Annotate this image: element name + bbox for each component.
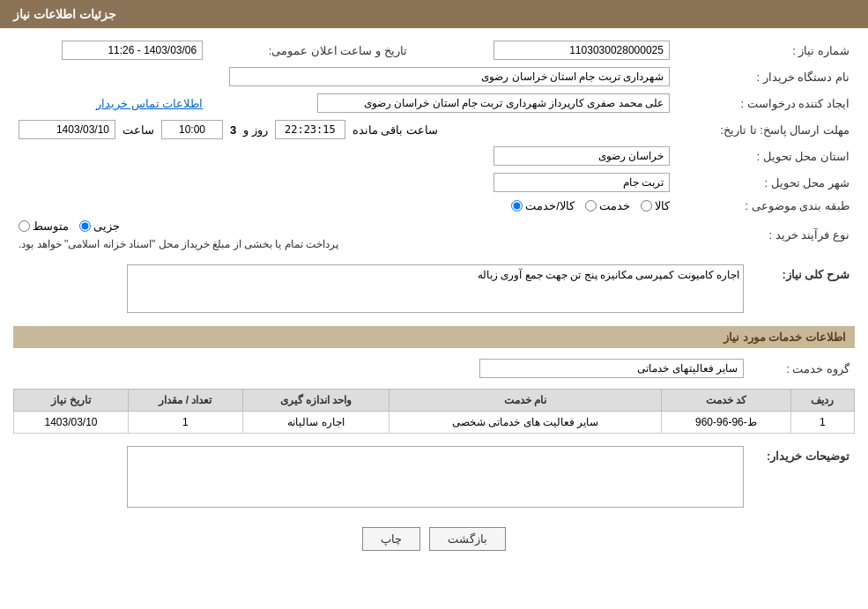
purchase-type-label: نوع فرآیند خرید : — [675, 216, 855, 254]
delivery-province-label: استان محل تحویل : — [675, 143, 855, 169]
category-kala-khedmat-radio[interactable] — [511, 200, 523, 212]
countdown-remaining-label: ساعت باقی مانده — [352, 123, 438, 137]
category-kala-option[interactable]: کالا — [641, 199, 670, 212]
service-group-field: سایر فعالیتهای خدماتی — [479, 359, 744, 378]
grid-col-date: تاریخ نیاز — [14, 390, 129, 412]
buyer-notes-table: توضیحات خریدار: — [13, 442, 855, 514]
announcement-date-value: 1403/03/06 - 11:26 — [13, 37, 208, 63]
category-khedmat-label: خدمت — [599, 199, 630, 212]
purchase-motavaset-radio[interactable] — [19, 220, 30, 232]
grid-col-rownum: ردیف — [790, 390, 854, 412]
service-group-table: گروه خدمت : سایر فعالیتهای خدماتی — [13, 355, 855, 382]
delivery-province-value: خراسان رضوی — [13, 143, 675, 169]
requester-label: ایجاد کننده درخواست : — [675, 90, 855, 116]
row-quantity: 1 — [128, 412, 242, 434]
grid-col-unit: واحد اندازه گیری — [242, 390, 389, 412]
purchase-jozyi-label: جزیی — [93, 219, 120, 233]
delivery-province-field: خراسان رضوی — [493, 146, 670, 166]
row-date: 1403/03/10 — [14, 412, 129, 434]
category-label: طبقه بندی موضوعی : — [675, 196, 855, 216]
category-options: کالا/خدمت خدمت کالا — [13, 196, 675, 216]
buyer-notes-cell — [13, 442, 749, 514]
countdown-days: 3 — [230, 123, 236, 137]
general-desc-value-cell: document.querySelector('[data-name="gene… — [13, 261, 749, 319]
countdown-days-label: روز و — [243, 123, 268, 137]
need-number-label: شماره نیاز : — [675, 37, 855, 63]
deadline-time-field: 10:00 — [161, 120, 223, 139]
table-row: 1 ط-96-96-960 سایر فعالیت های خدماتی شخص… — [14, 412, 855, 434]
purchase-note: پرداخت تمام یا بخشی از مبلغ خریداز محل "… — [19, 238, 338, 250]
row-service-name: سایر فعالیت های خدماتی شخصی — [389, 412, 662, 434]
delivery-city-value: تربت جام — [13, 169, 675, 196]
buyer-org-field: شهرداری تربت جام استان خراسان رضوی — [229, 67, 670, 86]
need-number-field: 1103030028000025 — [493, 41, 670, 60]
row-service-code: ط-96-96-960 — [662, 412, 790, 434]
purchase-jozyi-radio[interactable] — [79, 220, 91, 232]
countdown-time-field: 22:23:15 — [275, 120, 345, 139]
main-content: شماره نیاز : 1103030028000025 تاریخ و سا… — [0, 28, 868, 560]
buyer-org-value: شهرداری تربت جام استان خراسان رضوی — [13, 63, 675, 90]
deadline-date-field: 1403/03/10 — [19, 120, 115, 139]
deadline-label: مهلت ارسال پاسخ: تا تاریخ: — [675, 116, 855, 143]
purchase-type-options: متوسط جزیی پرداخت تمام یا بخشی از مبلغ خ… — [13, 216, 675, 254]
announcement-date-label: تاریخ و ساعت اعلان عمومی: — [208, 37, 425, 63]
category-kala-khedmat-option[interactable]: کالا/خدمت — [511, 199, 575, 212]
general-desc-table: شرح کلی نیاز: document.querySelector('[d… — [13, 261, 855, 319]
category-khedmat-radio[interactable] — [585, 200, 597, 212]
page-header: جزئیات اطلاعات نیاز — [0, 0, 868, 28]
purchase-jozyi-option[interactable]: جزیی — [79, 219, 120, 233]
buyer-org-label: نام دستگاه خریدار : — [675, 63, 855, 90]
general-desc-textarea[interactable] — [127, 264, 744, 313]
need-number-value: 1103030028000025 — [425, 37, 675, 63]
buyer-notes-textarea[interactable] — [127, 446, 744, 508]
general-desc-label: شرح کلی نیاز: — [782, 268, 849, 281]
service-group-label: گروه خدمت : — [749, 355, 855, 382]
grid-col-name: نام خدمت — [389, 390, 662, 412]
deadline-time-label: ساعت — [122, 123, 154, 137]
print-button[interactable]: چاپ — [362, 527, 420, 551]
page-wrapper: جزئیات اطلاعات نیاز شماره نیاز : 1103030… — [0, 0, 868, 609]
delivery-city-field: تربت جام — [493, 173, 670, 192]
purchase-motavaset-label: متوسط — [33, 219, 69, 233]
grid-col-qty: تعداد / مقدار — [128, 390, 242, 412]
info-table: شماره نیاز : 1103030028000025 تاریخ و سا… — [13, 37, 855, 254]
grid-col-code: کد خدمت — [662, 390, 790, 412]
delivery-city-label: شهر محل تحویل : — [675, 169, 855, 196]
back-button[interactable]: بازگشت — [429, 527, 506, 551]
row-unit: اجاره سالیانه — [242, 412, 389, 434]
category-kala-radio[interactable] — [641, 200, 652, 212]
category-kala-label: کالا — [655, 199, 670, 212]
contact-link[interactable]: اطلاعات تماس خریدار — [96, 97, 203, 110]
buyer-notes-label: توضیحات خریدار: — [767, 449, 849, 463]
requester-value: علی محمد صفری کارپرداز شهرداری تربت جام … — [208, 90, 675, 116]
service-group-value: سایر فعالیتهای خدماتی — [13, 355, 749, 382]
category-khedmat-option[interactable]: خدمت — [585, 199, 630, 212]
button-row: بازگشت چاپ — [13, 527, 855, 551]
services-section-header: اطلاعات خدمات مورد نیاز — [13, 326, 855, 348]
category-kala-khedmat-label: کالا/خدمت — [525, 199, 575, 212]
page-title: جزئیات اطلاعات نیاز — [13, 7, 116, 21]
row-num: 1 — [790, 412, 854, 434]
requester-field: علی محمد صفری کارپرداز شهرداری تربت جام … — [317, 93, 670, 113]
deadline-value: 1403/03/10 ساعت 10:00 3 روز و 22:23:15 س… — [13, 116, 675, 143]
purchase-motavaset-option[interactable]: متوسط — [19, 219, 69, 233]
announcement-date-field: 1403/03/06 - 11:26 — [62, 41, 203, 60]
contact-link-cell[interactable]: اطلاعات تماس خریدار — [13, 90, 208, 116]
services-grid: ردیف کد خدمت نام خدمت واحد اندازه گیری ت… — [13, 389, 855, 434]
